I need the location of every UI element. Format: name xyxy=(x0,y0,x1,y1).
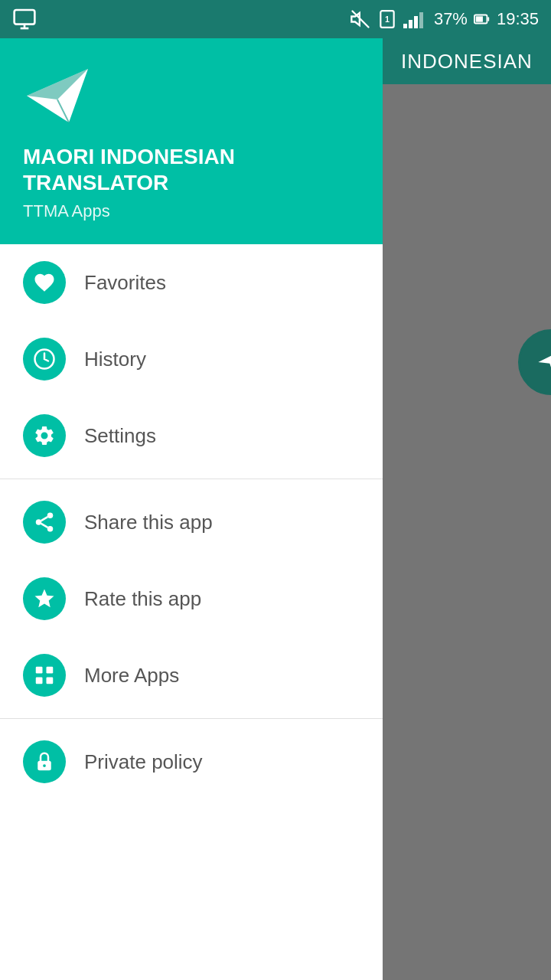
sidebar-header: MAORI INDONESIAN TRANSLATOR TTMA Apps xyxy=(0,38,383,244)
settings-icon-circle xyxy=(23,414,66,457)
svg-point-25 xyxy=(43,764,46,767)
status-bar-left xyxy=(12,7,37,31)
svg-marker-26 xyxy=(538,349,551,374)
share-icon-circle xyxy=(23,501,66,544)
time-display: 19:35 xyxy=(497,9,539,29)
status-bar-right: 1 37% 19:35 xyxy=(350,8,539,30)
sim-icon: 1 xyxy=(377,9,397,29)
divider-2 xyxy=(0,718,383,719)
svg-rect-21 xyxy=(47,667,54,674)
star-icon xyxy=(33,587,56,610)
svg-rect-6 xyxy=(409,20,412,28)
svg-rect-5 xyxy=(403,24,407,28)
right-panel: INDONESIAN xyxy=(383,38,551,980)
divider-1 xyxy=(0,479,383,479)
svg-rect-23 xyxy=(47,678,54,684)
battery-text: 37% xyxy=(434,9,468,29)
battery-icon xyxy=(474,11,491,28)
sidebar-item-settings[interactable]: Settings xyxy=(0,397,383,474)
sidebar-item-rate[interactable]: Rate this app xyxy=(0,560,383,637)
lock-icon xyxy=(33,750,56,773)
clock-icon xyxy=(33,348,56,371)
svg-rect-20 xyxy=(36,667,43,674)
screen-icon xyxy=(12,7,37,31)
more-apps-icon-circle xyxy=(23,654,66,697)
sidebar-item-share[interactable]: Share this app xyxy=(0,484,383,560)
mute-icon xyxy=(350,8,371,30)
svg-point-15 xyxy=(47,513,54,519)
svg-text:1: 1 xyxy=(385,15,390,24)
favorites-label: Favorites xyxy=(84,271,166,295)
fab-translate-button[interactable] xyxy=(518,329,551,395)
svg-point-16 xyxy=(36,519,42,525)
svg-rect-10 xyxy=(476,16,483,21)
rate-icon-circle xyxy=(23,577,66,620)
svg-line-19 xyxy=(41,517,48,521)
history-icon-circle xyxy=(23,338,66,381)
status-bar: 1 37% 19:35 xyxy=(0,0,551,38)
right-top-bar: INDONESIAN xyxy=(383,38,551,84)
signal-icon xyxy=(403,8,428,30)
heart-icon xyxy=(33,271,56,294)
right-top-text: INDONESIAN xyxy=(401,50,533,74)
sidebar: MAORI INDONESIAN TRANSLATOR TTMA Apps Fa… xyxy=(0,38,383,980)
svg-rect-8 xyxy=(419,12,423,28)
svg-line-18 xyxy=(41,524,48,528)
privacy-icon-circle xyxy=(23,740,66,783)
grid-icon xyxy=(33,664,56,687)
app-logo xyxy=(23,61,92,130)
svg-point-17 xyxy=(47,526,54,532)
settings-label: Settings xyxy=(84,424,156,448)
app-title: MAORI INDONESIAN TRANSLATOR xyxy=(23,144,360,195)
fab-send-icon xyxy=(536,347,551,377)
app-subtitle: TTMA Apps xyxy=(23,201,360,221)
more-apps-label: More Apps xyxy=(84,664,179,688)
history-label: History xyxy=(84,348,146,371)
gear-icon xyxy=(33,424,56,447)
share-icon xyxy=(33,511,56,534)
share-label: Share this app xyxy=(84,511,213,534)
sidebar-item-privacy[interactable]: Private policy xyxy=(0,724,383,800)
privacy-label: Private policy xyxy=(84,750,203,774)
sidebar-item-history[interactable]: History xyxy=(0,321,383,397)
svg-rect-22 xyxy=(36,678,43,684)
sidebar-item-favorites[interactable]: Favorites xyxy=(0,244,383,321)
svg-rect-0 xyxy=(15,10,35,24)
sidebar-item-more-apps[interactable]: More Apps xyxy=(0,637,383,714)
rate-label: Rate this app xyxy=(84,587,201,611)
svg-rect-7 xyxy=(414,16,418,28)
main-container: MAORI INDONESIAN TRANSLATOR TTMA Apps Fa… xyxy=(0,38,551,980)
favorites-icon-circle xyxy=(23,261,66,304)
menu-section: Favorites History Set xyxy=(0,244,383,980)
